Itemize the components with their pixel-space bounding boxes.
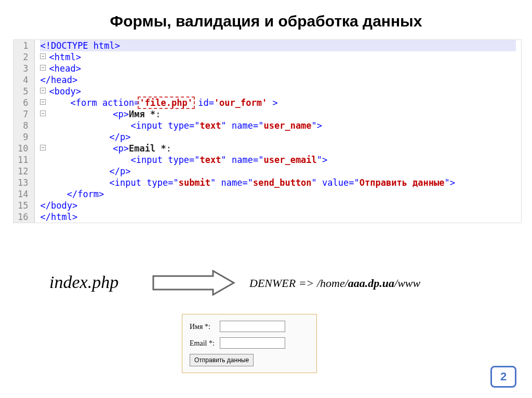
path-label: DENWER => /home/aaa.dp.ua/www: [249, 277, 420, 290]
t: 'our_form': [214, 98, 267, 108]
t: p: [118, 109, 124, 119]
slide-title: Формы, валидация и обработка данных: [0, 0, 532, 39]
t: <: [113, 143, 118, 154]
t: ": [312, 177, 322, 188]
t: type: [147, 177, 168, 188]
fold-icon[interactable]: [40, 99, 46, 105]
highlighted-action: 'file.php': [138, 97, 195, 109]
t: =": [349, 177, 359, 188]
t: <: [49, 63, 54, 74]
t: >: [125, 132, 130, 142]
line-num: 7: [18, 108, 28, 120]
t: Email *: [129, 143, 166, 154]
t: =": [189, 155, 200, 165]
t: p: [120, 132, 125, 142]
t: form: [76, 98, 102, 108]
submit-button[interactable]: Отправить данные: [190, 354, 254, 366]
line-num: 16: [18, 211, 28, 223]
page-number: 2: [490, 366, 516, 388]
line-num: 5: [18, 86, 28, 97]
t: value: [322, 177, 349, 188]
t: head: [51, 75, 72, 85]
t: >: [124, 109, 129, 119]
t: Имя *: [129, 109, 155, 119]
t: ">: [317, 155, 327, 165]
name-label: Имя *:: [190, 323, 218, 331]
t: >: [76, 63, 81, 74]
t: </: [40, 75, 50, 85]
fold-icon[interactable]: [40, 111, 46, 116]
line-num: 10: [18, 143, 28, 154]
t: type: [168, 120, 189, 131]
email-label: Email *:: [190, 339, 218, 348]
t: =": [189, 120, 200, 131]
t: html: [51, 212, 72, 222]
t: input: [115, 177, 147, 188]
t: >: [124, 143, 129, 154]
t: </: [110, 166, 120, 176]
fold-icon[interactable]: [40, 65, 46, 71]
t: >: [76, 86, 81, 97]
path-bold: aaa.dp.ua: [348, 277, 394, 290]
line-num: 2: [18, 51, 28, 63]
t: body: [51, 200, 72, 211]
t: Отправить данные: [360, 177, 445, 188]
t: text: [200, 155, 221, 165]
code-pane: <!DOCTYPE html> <html> <head> </head> <b…: [35, 40, 521, 223]
t: =: [209, 98, 214, 108]
line-num: 1: [18, 40, 28, 51]
t: text: [200, 120, 221, 131]
t: ": [210, 177, 221, 188]
t: :: [166, 143, 171, 154]
name-input[interactable]: [220, 321, 285, 332]
t: <: [49, 86, 54, 97]
line-num: 13: [18, 177, 28, 188]
t: <: [70, 98, 75, 108]
t: user_name: [263, 120, 311, 131]
t: ">: [445, 177, 455, 188]
fold-icon[interactable]: [40, 145, 46, 150]
line-num: 6: [18, 97, 28, 108]
t: >: [72, 75, 77, 85]
t: >: [72, 200, 77, 211]
t: <: [130, 155, 136, 165]
t: <: [113, 109, 118, 119]
arrow-icon: [151, 270, 239, 296]
email-input[interactable]: [220, 337, 285, 349]
t: send_button: [253, 177, 312, 188]
t: <: [130, 120, 136, 131]
t: p: [120, 166, 125, 176]
t: <: [110, 177, 115, 188]
line-num: 3: [18, 63, 28, 74]
t: >: [267, 98, 277, 108]
t: </: [67, 189, 77, 199]
t: =": [243, 177, 253, 188]
code-text: <!DOCTYPE html>: [40, 40, 120, 51]
line-gutter: 1 2 3 4 5 6 7 8 9 10 11 12 13 14 15 16: [14, 40, 35, 223]
t: >: [125, 166, 130, 176]
t: =": [168, 177, 178, 188]
fold-icon[interactable]: [40, 53, 46, 59]
line-num: 9: [18, 131, 28, 143]
line-num: 11: [18, 154, 28, 166]
t: submit: [179, 177, 210, 188]
t: name: [221, 177, 243, 188]
t: name: [232, 155, 253, 165]
t: </: [40, 212, 50, 222]
t: input: [136, 120, 168, 131]
filename-label: index.php: [49, 272, 118, 292]
t: name: [232, 120, 253, 131]
path-suffix: /www: [394, 277, 420, 290]
t: =": [253, 120, 263, 131]
t: </: [40, 200, 50, 211]
t: ": [221, 120, 232, 131]
line-num: 4: [18, 74, 28, 86]
t: head: [55, 63, 76, 74]
fold-icon[interactable]: [40, 88, 46, 93]
t: body: [55, 86, 76, 97]
t: user_email: [263, 155, 316, 165]
t: html: [55, 52, 76, 62]
t: </: [110, 132, 120, 142]
t: >: [76, 52, 81, 62]
line-num: 8: [18, 120, 28, 131]
